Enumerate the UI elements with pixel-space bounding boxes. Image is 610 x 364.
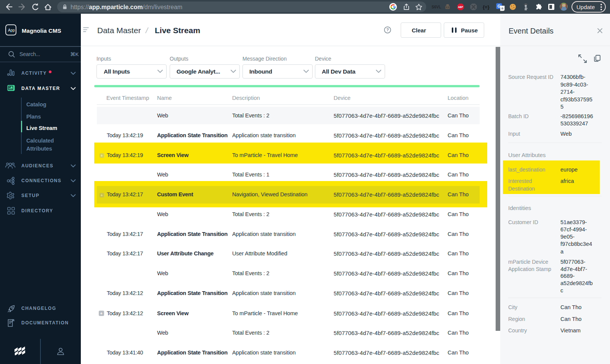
svg-text:?: ?	[386, 27, 389, 32]
svg-text:G: G	[498, 4, 501, 8]
svg-text:ABP: ABP	[458, 6, 463, 8]
